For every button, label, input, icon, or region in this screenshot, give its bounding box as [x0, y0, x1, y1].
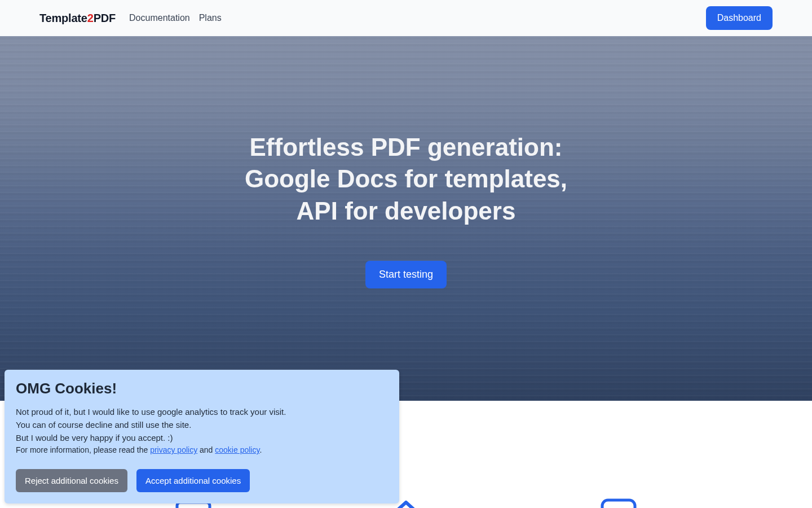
logo[interactable]: Template2PDF	[39, 12, 116, 25]
cookie-more-post: .	[259, 445, 262, 454]
accept-cookies-button[interactable]: Accept additional cookies	[136, 469, 250, 492]
logo-post: PDF	[94, 12, 116, 24]
cookie-more-pre: For more information, please read the	[16, 445, 150, 454]
header-left: Template2PDF Documentation Plans	[39, 12, 222, 25]
svg-rect-1	[602, 500, 635, 508]
cookie-more-info: For more information, please read the pr…	[16, 444, 388, 457]
cookie-banner: OMG Cookies! Not proud of it, but I woul…	[5, 370, 399, 503]
cookie-line-2: You can of course decline and still use …	[16, 418, 388, 431]
header: Template2PDF Documentation Plans Dashboa…	[0, 0, 812, 36]
reject-cookies-button[interactable]: Reject additional cookies	[16, 469, 127, 492]
logo-accent: 2	[87, 12, 94, 24]
privacy-policy-link[interactable]: privacy policy	[150, 445, 197, 454]
logo-pre: Template	[39, 12, 87, 24]
dashboard-button[interactable]: Dashboard	[706, 6, 773, 30]
hero-title: Effortless PDF generation: Google Docs f…	[245, 132, 567, 227]
hero: Effortless PDF generation: Google Docs f…	[0, 36, 812, 401]
nav: Documentation Plans	[129, 13, 222, 23]
hero-line-3: API for developers	[297, 197, 516, 225]
hero-line-1: Effortless PDF generation:	[250, 133, 563, 161]
cookie-policy-link[interactable]: cookie policy	[215, 445, 259, 454]
terminal-icon	[599, 480, 638, 508]
cookie-more-mid: and	[197, 445, 215, 454]
cookie-line-3: But I would be very happy if you accept.…	[16, 431, 388, 444]
nav-plans[interactable]: Plans	[199, 13, 222, 23]
cookie-title: OMG Cookies!	[16, 380, 388, 397]
hero-line-2: Google Docs for templates,	[245, 165, 567, 192]
start-testing-button[interactable]: Start testing	[365, 261, 447, 288]
cookie-buttons: Reject additional cookies Accept additio…	[16, 469, 388, 492]
cookie-line-1: Not proud of it, but I would like to use…	[16, 405, 388, 418]
nav-documentation[interactable]: Documentation	[129, 13, 190, 23]
